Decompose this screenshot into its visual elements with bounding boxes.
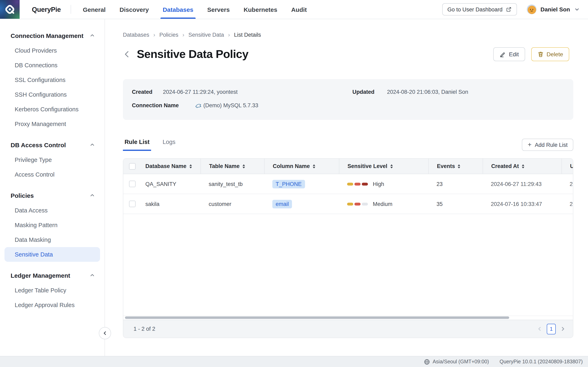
sort-icon <box>242 164 245 168</box>
delete-button[interactable]: Delete <box>531 47 569 61</box>
select-all-checkbox[interactable] <box>129 163 136 169</box>
sidebar-item-ssh-configurations[interactable]: SSH Configurations <box>0 87 104 102</box>
tabs-row: Rule List Logs + Add Rule List <box>123 139 573 152</box>
sidebar-item-db-connections[interactable]: DB Connections <box>0 58 104 73</box>
column-header-label: Updated At <box>570 163 573 169</box>
user-menu-chevron-down-icon[interactable] <box>574 7 580 12</box>
sidebar-item-masking-pattern[interactable]: Masking Pattern <box>0 218 104 233</box>
table-scroll-area: Database Name Table Name Column Name <box>123 159 573 316</box>
pagination-summary: 1 - 2 of 2 <box>134 326 155 332</box>
breadcrumb-separator-icon: › <box>153 31 155 38</box>
sidebar-section-connection-management[interactable]: Connection Management <box>0 28 104 43</box>
horizontal-scrollbar[interactable] <box>123 316 573 320</box>
sidebar-item-kerberos-configurations[interactable]: Kerberos Configurations <box>0 102 104 117</box>
column-header-sensitive-level[interactable]: Sensitive Level <box>339 159 428 174</box>
pager: 1 <box>537 324 566 334</box>
user-name[interactable]: Daniel Son <box>540 6 570 13</box>
sidebar-item-data-access[interactable]: Data Access <box>0 203 104 218</box>
section-title: DB Access Control <box>11 141 66 148</box>
sort-icon <box>390 164 393 168</box>
back-button[interactable] <box>123 50 131 58</box>
cell-events: 23 <box>428 181 483 187</box>
sidebar-item-access-control[interactable]: Access Control <box>0 167 104 182</box>
sort-icon <box>313 164 315 168</box>
breadcrumb: Databases › Policies › Sensitive Data › … <box>123 31 573 38</box>
pagination-page-1[interactable]: 1 <box>547 324 556 334</box>
column-header-events[interactable]: Events <box>428 159 483 174</box>
column-header-created-at[interactable]: Created At <box>483 159 562 174</box>
column-header-label: Table Name <box>209 163 240 169</box>
nav-general[interactable]: General <box>76 0 113 19</box>
sidebar-item-data-masking[interactable]: Data Masking <box>0 233 104 247</box>
sidebar-item-privilege-type[interactable]: Privilege Type <box>0 152 104 167</box>
chevron-up-icon <box>90 273 95 278</box>
nav-servers[interactable]: Servers <box>200 0 237 19</box>
breadcrumb-separator-icon: › <box>182 31 184 38</box>
pagination-next-icon[interactable] <box>560 326 566 332</box>
sensitive-level-pills <box>347 202 369 205</box>
column-name-badge: email <box>272 200 292 208</box>
main-content: Databases › Policies › Sensitive Data › … <box>105 19 588 356</box>
cell-updated-at: 2024 <box>562 181 573 187</box>
created-label: Created <box>132 88 163 96</box>
sort-icon <box>522 164 524 168</box>
breadcrumb-sensitive-data[interactable]: Sensitive Data <box>189 32 224 38</box>
sidebar-item-ledger-table-policy[interactable]: Ledger Table Policy <box>0 283 104 298</box>
sidebar-item-ledger-approval-rules[interactable]: Ledger Approval Rules <box>0 298 104 312</box>
sidebar-item-ssl-configurations[interactable]: SSL Configurations <box>0 73 104 87</box>
breadcrumb-databases[interactable]: Databases <box>123 32 149 38</box>
column-header-updated-at[interactable]: Updated At <box>562 159 573 174</box>
nav-discovery[interactable]: Discovery <box>112 0 156 19</box>
sidebar-section-policies[interactable]: Policies <box>0 188 104 203</box>
row-checkbox[interactable] <box>129 181 136 187</box>
section-title: Ledger Management <box>11 272 70 279</box>
scrollbar-thumb[interactable] <box>125 317 509 319</box>
row-checkbox[interactable] <box>129 201 136 207</box>
edit-button-label: Edit <box>509 51 519 58</box>
mysql-dolphin-icon <box>195 102 202 109</box>
sidebar-collapse-button[interactable] <box>99 327 111 339</box>
breadcrumb-policies[interactable]: Policies <box>159 32 178 38</box>
sidebar-section-ledger-management[interactable]: Ledger Management <box>0 267 104 283</box>
chevron-up-icon <box>90 142 95 147</box>
sidebar-item-sensitive-data[interactable]: Sensitive Data <box>4 247 100 262</box>
pagination-prev-icon[interactable] <box>537 326 542 332</box>
sensitive-level-label: High <box>373 181 384 187</box>
timezone-text: Asia/Seoul (GMT+09:00) <box>433 359 489 365</box>
column-header-label: Column Name <box>273 163 310 169</box>
updated-value: 2024-08-20 21:06:03, Daniel Son <box>387 89 468 95</box>
sidebar-item-cloud-providers[interactable]: Cloud Providers <box>0 43 104 58</box>
delete-button-label: Delete <box>546 51 563 58</box>
go-to-user-dashboard-label: Go to User Dashboard <box>447 6 502 12</box>
column-header-label: Events <box>437 163 455 169</box>
tab-rule-list[interactable]: Rule List <box>123 139 151 151</box>
sidebar-section-db-access-control[interactable]: DB Access Control <box>0 137 104 152</box>
edit-button[interactable]: Edit <box>493 47 525 61</box>
tab-logs[interactable]: Logs <box>161 139 177 150</box>
sidebar-item-proxy-management[interactable]: Proxy Management <box>0 117 104 131</box>
chevron-up-icon <box>90 193 95 198</box>
external-link-icon <box>506 7 511 12</box>
go-to-user-dashboard-button[interactable]: Go to User Dashboard <box>442 3 517 16</box>
policy-meta-panel: Created 2024-06-27 11:29:24, yoontest Up… <box>123 79 573 120</box>
column-header-database-name[interactable]: Database Name <box>141 159 200 174</box>
header-right: Go to User Dashboard Daniel Son <box>442 3 588 16</box>
nav-kubernetes[interactable]: Kubernetes <box>237 0 284 19</box>
table-row[interactable]: sakila customer email Medium 35 2024-07-… <box>123 194 573 214</box>
querypie-logo-icon <box>3 2 17 16</box>
cell-table-name: sanity_test_tb <box>200 181 264 187</box>
rule-list-table-card: Database Name Table Name Column Name <box>123 158 573 338</box>
nav-databases[interactable]: Databases <box>156 0 200 19</box>
column-header-column-name[interactable]: Column Name <box>264 159 339 174</box>
cell-database-name: QA_SANITY <box>141 181 200 187</box>
add-rule-list-button[interactable]: + Add Rule List <box>522 139 573 151</box>
nav-audit[interactable]: Audit <box>284 0 314 19</box>
section-title: Connection Management <box>11 32 84 39</box>
trash-icon <box>537 51 544 58</box>
top-bar: QueryPie General Discovery Databases Ser… <box>0 0 588 19</box>
table-row[interactable]: QA_SANITY sanity_test_tb T_PHONE High 23… <box>123 174 573 194</box>
querypie-logo[interactable] <box>0 0 20 19</box>
column-header-table-name[interactable]: Table Name <box>200 159 264 174</box>
user-avatar[interactable] <box>527 4 536 14</box>
cell-created-at: 2024-06-27 11:29:43 <box>483 181 562 187</box>
